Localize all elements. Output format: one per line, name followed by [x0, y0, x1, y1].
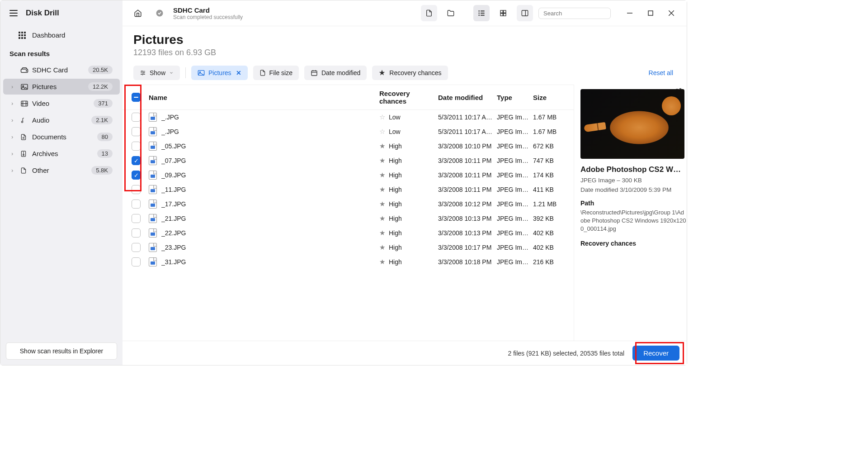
table-row[interactable]: _21.JPG★High3/3/2008 10:13 PMJPEG Im…392…	[123, 211, 574, 226]
music-icon	[20, 117, 28, 124]
recover-button[interactable]: Recover	[632, 346, 679, 361]
nav-label: Other	[32, 166, 91, 174]
folder-icon	[447, 10, 455, 17]
show-dropdown[interactable]: Show	[133, 66, 180, 80]
row-checkbox[interactable]	[132, 113, 141, 122]
drive-icon	[20, 67, 28, 73]
list-view-button[interactable]	[473, 5, 490, 21]
file-icon	[425, 9, 433, 17]
table-row[interactable]: _17.JPG★High3/3/2008 10:12 PMJPEG Im…1.2…	[123, 197, 574, 211]
filter-chip-date-modified[interactable]: Date modified	[304, 66, 367, 80]
col-date[interactable]: Date modified	[438, 94, 497, 101]
col-type[interactable]: Type	[497, 94, 533, 101]
date-value: 3/3/2008 10:13 PM	[438, 229, 497, 237]
row-checkbox[interactable]	[132, 127, 141, 136]
home-button[interactable]	[130, 5, 146, 21]
show-in-explorer-button[interactable]: Show scan results in Explorer	[6, 342, 117, 360]
preview-meta-date: Date modified 3/10/2009 5:39 PM	[580, 186, 687, 193]
svg-point-24	[478, 10, 480, 12]
row-checkbox[interactable]	[132, 214, 141, 223]
dashboard-link[interactable]: Dashboard	[0, 26, 123, 44]
date-value: 3/3/2008 10:11 PM	[438, 186, 497, 193]
svg-rect-31	[504, 10, 506, 13]
recovery-value: High	[389, 215, 402, 222]
preview-toggle-button[interactable]	[517, 5, 533, 21]
list-icon	[477, 10, 486, 17]
date-value: 3/3/2008 10:13 PM	[438, 215, 497, 222]
image-icon	[198, 70, 205, 76]
table-row[interactable]: _31.JPG★High3/3/2008 10:18 PMJPEG Im…216…	[123, 255, 574, 269]
files-view-button[interactable]	[421, 5, 437, 21]
minimize-button[interactable]	[622, 5, 638, 21]
file-icon	[149, 228, 157, 238]
filter-chip-recovery-chances[interactable]: Recovery chances	[372, 66, 448, 80]
recovery-value: High	[389, 258, 402, 266]
file-icon	[149, 185, 157, 194]
sidebar-item-archives[interactable]: ›Archives13	[3, 146, 120, 162]
nav-count: 20.5K	[88, 66, 113, 74]
file-name: _23.JPG	[161, 244, 186, 251]
size-value: 747 KB	[533, 157, 569, 164]
table-row[interactable]: _23.JPG★High3/3/2008 10:17 PMJPEG Im…402…	[123, 240, 574, 255]
col-recovery[interactable]: Recovery chances	[379, 90, 438, 105]
page-icon	[20, 167, 28, 174]
recovery-value: High	[389, 229, 402, 237]
row-checkbox[interactable]	[132, 257, 141, 266]
page-title: Pictures	[133, 33, 676, 47]
col-name[interactable]: Name	[145, 94, 379, 101]
svg-point-28	[478, 14, 480, 16]
search-box[interactable]	[538, 8, 611, 19]
type-value: JPEG Im…	[497, 157, 533, 164]
size-value: 1.21 MB	[533, 200, 569, 208]
table-row[interactable]: _.JPG☆Low5/3/2011 10:17 A…JPEG Im…1.67 M…	[123, 110, 574, 124]
maximize-button[interactable]	[642, 5, 659, 21]
svg-rect-0	[19, 32, 20, 33]
star-icon: ★	[379, 157, 385, 165]
filter-chip-pictures[interactable]: Pictures✕	[191, 66, 248, 80]
star-icon: ★	[379, 185, 385, 194]
row-checkbox[interactable]	[132, 228, 141, 238]
row-checkbox[interactable]	[132, 185, 141, 194]
footer: 2 files (921 KB) selected, 20535 files t…	[123, 341, 687, 365]
row-checkbox[interactable]	[132, 200, 141, 209]
dashboard-label: Dashboard	[32, 31, 65, 39]
nav-count: 12.2K	[88, 82, 113, 91]
sidebar-item-pictures[interactable]: ›Pictures12.2K	[3, 79, 120, 95]
table-row[interactable]: _11.JPG★High3/3/2008 10:11 PMJPEG Im…411…	[123, 182, 574, 197]
recovery-value: Low	[389, 114, 401, 121]
file-name: _21.JPG	[161, 215, 186, 222]
search-input[interactable]	[543, 10, 619, 17]
sidebar-item-documents[interactable]: ›Documents80	[3, 129, 120, 145]
row-checkbox[interactable]	[132, 142, 141, 151]
minimize-icon	[627, 10, 632, 16]
type-value: JPEG Im…	[497, 142, 533, 150]
reset-all-link[interactable]: Reset all	[649, 69, 676, 76]
sidebar-item-other[interactable]: ›Other5.8K	[3, 162, 120, 178]
table-row[interactable]: _22.JPG★High3/3/2008 10:13 PMJPEG Im…402…	[123, 226, 574, 240]
grid-view-button[interactable]	[495, 5, 511, 21]
menu-button[interactable]	[9, 10, 18, 16]
table-row[interactable]: ✓_09.JPG★High3/3/2008 10:11 PMJPEG Im…17…	[123, 168, 574, 182]
table-row[interactable]: _.JPG☆Low5/3/2011 10:17 A…JPEG Im…1.67 M…	[123, 124, 574, 139]
row-checkbox[interactable]	[132, 243, 141, 252]
svg-rect-7	[21, 37, 23, 39]
sidebar-item-sdhc-card[interactable]: ›SDHC Card20.5K	[3, 62, 120, 78]
row-checkbox[interactable]: ✓	[132, 171, 141, 180]
select-all-checkbox[interactable]	[132, 93, 141, 102]
size-value: 392 KB	[533, 215, 569, 222]
remove-chip-icon[interactable]: ✕	[236, 69, 241, 76]
doc-icon	[20, 133, 28, 141]
row-checkbox[interactable]: ✓	[132, 156, 141, 165]
folders-view-button[interactable]	[443, 5, 459, 21]
sidebar-item-video[interactable]: ›Video371	[3, 95, 120, 111]
close-button[interactable]	[663, 5, 679, 21]
table-row[interactable]: _05.JPG★High3/3/2008 10:10 PMJPEG Im…672…	[123, 139, 574, 153]
col-size[interactable]: Size	[533, 94, 569, 101]
topbar: SDHC Card Scan completed successfully	[123, 0, 687, 26]
chip-label: Date modified	[321, 69, 360, 76]
sidebar-item-audio[interactable]: ›Audio2.1K	[3, 112, 120, 128]
table-row[interactable]: ✓_07.JPG★High3/3/2008 10:11 PMJPEG Im…74…	[123, 153, 574, 168]
maximize-icon	[648, 10, 653, 16]
chevron-right-icon: ›	[11, 167, 18, 174]
filter-chip-file-size[interactable]: File size	[253, 66, 299, 80]
